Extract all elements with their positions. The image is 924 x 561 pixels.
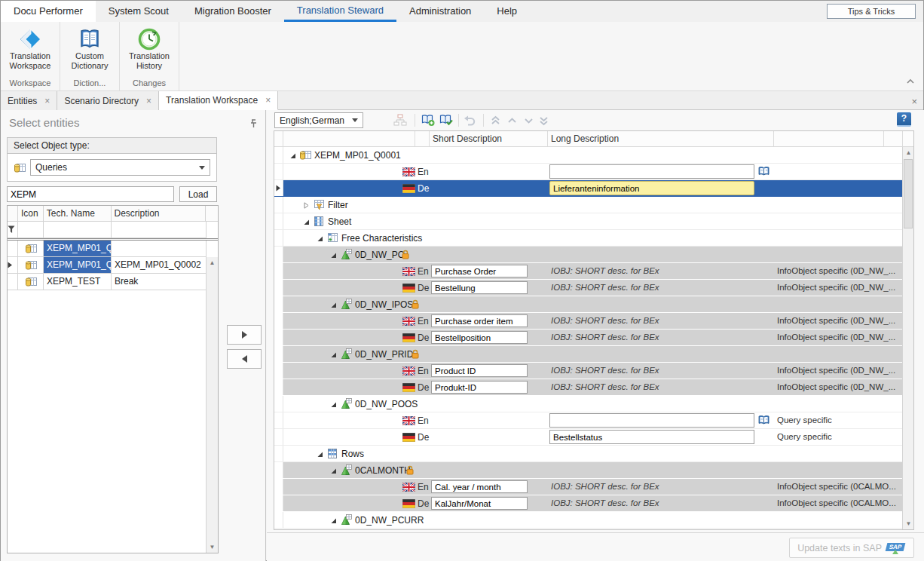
dictionary-lookup-icon[interactable] — [757, 165, 771, 178]
tree-node-0d-nw-poos[interactable]: 0D_NW_POOS — [274, 396, 903, 412]
add-to-dictionary-icon[interactable] — [421, 113, 436, 127]
expander-icon[interactable] — [330, 468, 337, 474]
column-header-description[interactable]: Description — [112, 206, 207, 222]
undo-icon[interactable] — [462, 113, 477, 127]
move-down-icon[interactable] — [521, 113, 536, 127]
expander-icon[interactable] — [330, 302, 337, 308]
menu-item-administration[interactable]: Administration — [396, 1, 484, 22]
tab-scenario-directory[interactable]: Scenario Directory× — [57, 91, 159, 110]
pin-icon[interactable] — [249, 119, 258, 129]
expander-icon[interactable] — [303, 202, 310, 209]
tree-node-0calmonth[interactable]: 0CALMONTH — [274, 462, 903, 479]
tree-lang-row-de[interactable]: DeIOBJ: SHORT desc. for BExInfoObject sp… — [274, 495, 903, 512]
tree-lang-row-en[interactable]: EnIOBJ: SHORT desc. for BExInfoObject sp… — [274, 263, 903, 280]
tree-node-xepm-mp01-q0001[interactable]: XEPM_MP01_Q0001 — [274, 147, 903, 164]
tree-node-0d-nw-ipos[interactable]: 0D_NW_IPOS — [274, 296, 903, 313]
column-header-long-description[interactable]: Long Description — [548, 131, 774, 146]
expander-icon[interactable] — [303, 219, 310, 225]
tech-name-cell[interactable]: XEPM_MP01_Q... — [44, 257, 112, 274]
tree-lang-row-de[interactable]: DeIOBJ: SHORT desc. for BExInfoObject sp… — [274, 280, 903, 296]
tree-scrollbar[interactable]: ▲ ▼ — [902, 147, 913, 529]
scrollbar-thumb[interactable] — [904, 159, 913, 228]
tree-node-0d-nw-prid[interactable]: 0D_NW_PRID — [274, 346, 903, 363]
load-button[interactable]: Load — [179, 186, 217, 202]
column-header-icon[interactable]: Icon — [18, 206, 44, 222]
expander-icon[interactable] — [317, 235, 323, 242]
apply-dictionary-icon[interactable] — [439, 113, 454, 127]
tree-lang-row-en[interactable]: En — [274, 164, 903, 180]
hierarchy-view-icon[interactable] — [393, 113, 408, 127]
tree-lang-row-en[interactable]: EnIOBJ: SHORT desc. for BExInfoObject sp… — [274, 363, 903, 379]
expander-icon[interactable] — [330, 401, 337, 408]
long-description-input[interactable] — [549, 413, 754, 428]
scroll-up-icon[interactable]: ▲ — [904, 148, 913, 158]
tree-lang-row-en[interactable]: EnQuery specific — [274, 412, 903, 429]
menu-item-migration-booster[interactable]: Migration Booster — [182, 1, 284, 22]
column-header-tech-name[interactable]: Tech. Name — [44, 206, 112, 222]
tree-node-free-characteristics[interactable]: Free Characteristics — [274, 230, 903, 247]
ribbon-collapse-icon[interactable] — [905, 77, 917, 87]
tab-close-icon[interactable]: × — [146, 97, 151, 105]
language-selector[interactable]: English;German — [274, 112, 363, 128]
short-description-input[interactable] — [431, 381, 528, 394]
description-cell[interactable] — [112, 241, 207, 257]
scroll-down-icon[interactable]: ▼ — [904, 519, 913, 529]
short-description-input[interactable] — [431, 364, 528, 377]
short-description-input[interactable] — [431, 480, 528, 493]
filter-cell[interactable] — [44, 222, 112, 238]
move-right-button[interactable] — [227, 325, 262, 345]
scroll-down-icon[interactable]: ▼ — [207, 542, 217, 552]
menu-item-docu-performer[interactable]: Docu Performer — [1, 1, 96, 22]
ribbon-button-translation-history[interactable]: TranslationHistory — [123, 25, 176, 71]
menu-item-system-scout[interactable]: System Scout — [96, 1, 182, 22]
entity-filter-row[interactable] — [8, 222, 218, 241]
filter-cell[interactable] — [112, 222, 207, 238]
tab-translation-workspace[interactable]: Translation Workspace× — [159, 91, 278, 110]
menu-item-help[interactable]: Help — [484, 1, 530, 22]
short-description-input[interactable] — [431, 331, 528, 344]
tab-close-icon[interactable]: × — [44, 97, 50, 105]
object-type-dropdown[interactable]: Queries — [30, 159, 210, 176]
long-description-input[interactable] — [549, 430, 754, 444]
tree-lang-row-de[interactable]: DeQuery specific — [274, 429, 903, 446]
short-description-input[interactable] — [431, 497, 528, 510]
move-up-icon[interactable] — [504, 113, 519, 127]
expander-icon[interactable] — [289, 152, 296, 159]
expander-icon[interactable] — [330, 252, 337, 259]
long-description-input[interactable] — [549, 164, 754, 179]
expander-icon[interactable] — [317, 451, 323, 458]
expander-icon[interactable] — [330, 517, 337, 524]
tree-lang-row-de[interactable]: De — [274, 180, 903, 197]
move-left-button[interactable] — [227, 349, 262, 369]
tree-lang-row-de[interactable]: DeIOBJ: SHORT desc. for BExInfoObject sp… — [274, 379, 903, 396]
menu-item-translation-steward[interactable]: Translation Steward — [284, 1, 396, 22]
move-first-icon[interactable] — [488, 113, 503, 127]
short-description-input[interactable] — [431, 281, 528, 294]
description-cell[interactable]: XEPM_MP01_Q0002 — [112, 257, 207, 274]
ribbon-button-custom-dictionary[interactable]: CustomDictionary — [63, 25, 116, 71]
short-description-input[interactable] — [431, 314, 528, 327]
long-description-input[interactable] — [549, 181, 754, 195]
tree-lang-row-en[interactable]: EnIOBJ: SHORT desc. for BExInfoObject sp… — [274, 313, 903, 330]
tech-name-cell[interactable]: XEPM_MP01_Q... — [44, 241, 112, 257]
column-header-short-description[interactable]: Short Description — [430, 131, 548, 146]
short-description-input[interactable] — [431, 265, 528, 277]
tree-node-sheet[interactable]: Sheet — [274, 213, 903, 230]
tree-node-filter[interactable]: Filter — [274, 197, 903, 213]
table-row[interactable]: XEPM_TESTBreak — [8, 274, 218, 290]
table-row[interactable]: XEPM_MP01_Q...XEPM_MP01_Q0002 — [8, 257, 218, 274]
filter-cell[interactable] — [18, 222, 44, 238]
tab-close-icon[interactable]: × — [265, 97, 271, 104]
move-last-icon[interactable] — [536, 113, 551, 127]
entity-search-input[interactable] — [7, 186, 174, 202]
table-row[interactable]: XEPM_MP01_Q... — [8, 241, 218, 257]
expander-icon[interactable] — [330, 351, 337, 358]
tree-node-0d-nw-pcurr[interactable]: 0D_NW_PCURR — [274, 512, 903, 529]
tabbar-close-icon[interactable]: × — [911, 96, 917, 107]
tech-name-cell[interactable]: XEPM_TEST — [44, 274, 112, 290]
entity-table-scrollbar[interactable]: ▲▼ — [206, 257, 218, 553]
scroll-up-icon[interactable]: ▲ — [207, 258, 217, 268]
dictionary-lookup-icon[interactable] — [757, 414, 771, 427]
tab-entities[interactable]: Entities× — [1, 91, 57, 110]
tree-lang-row-en[interactable]: EnIOBJ: SHORT desc. for BExInfoObject sp… — [274, 479, 903, 495]
